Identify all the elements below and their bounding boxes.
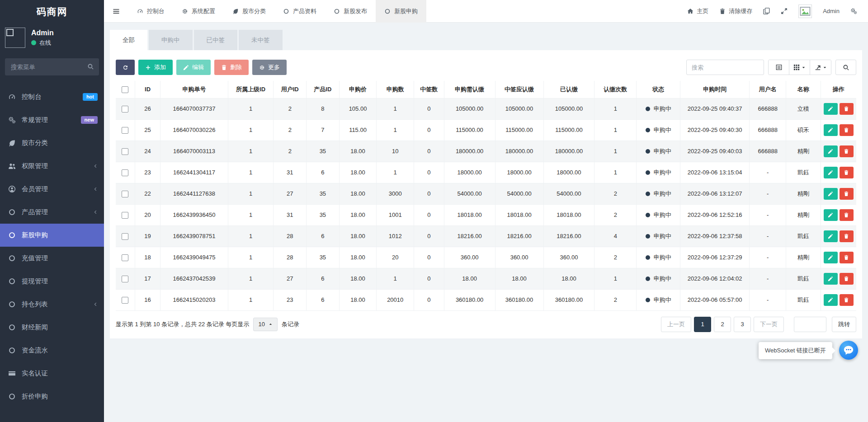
topnav-username[interactable]: Admin [823,8,840,14]
sidebar-item-5[interactable]: 产品管理 [0,201,104,224]
topnav-tab-1[interactable]: 系统配置 [173,0,224,23]
row-edit-button[interactable] [824,294,838,306]
row-delete-button[interactable] [840,252,854,263]
column-header-0[interactable]: ID [135,81,160,98]
sidebar-item-9[interactable]: 持仓列表 [0,293,104,316]
column-header-10[interactable]: 已认缴 [543,81,594,98]
row-delete-button[interactable] [840,124,854,136]
filter-tab-1[interactable]: 申购中 [149,30,193,50]
row-edit-button[interactable] [824,230,838,242]
topnav-tab-0[interactable]: 控制台 [128,0,173,23]
filter-tab-0[interactable]: 全部 [110,30,147,50]
row-delete-button[interactable] [840,230,854,242]
more-button[interactable]: 更多 [252,60,287,75]
column-header-2[interactable]: 所属上级ID [228,81,274,98]
delete-button[interactable]: 删除 [214,60,249,75]
sidebar-item-3[interactable]: 权限管理 [0,155,104,178]
row-checkbox[interactable] [122,169,128,176]
sidebar-item-7[interactable]: 充值管理 [0,247,104,270]
select-all-header[interactable] [116,81,135,98]
select-all-checkbox[interactable] [122,86,128,93]
refresh-button[interactable] [116,60,135,75]
topnav-settings-button[interactable] [850,8,857,14]
row-checkbox[interactable] [122,233,128,240]
sidebar-item-10[interactable]: 财经新闻 [0,316,104,339]
row-checkbox[interactable] [122,276,128,282]
topnav-tab-5[interactable]: 新股申购 [376,0,426,23]
row-delete-button[interactable] [840,167,854,178]
menu-search-input[interactable] [5,58,99,75]
column-header-3[interactable]: 用户ID [274,81,307,98]
row-delete-button[interactable] [840,294,854,306]
row-edit-button[interactable] [824,103,838,115]
row-delete-button[interactable] [840,103,854,115]
row-edit-button[interactable] [824,209,838,221]
row-checkbox[interactable] [122,148,128,155]
row-checkbox[interactable] [122,212,128,219]
column-header-9[interactable]: 中签应认缴 [495,81,543,98]
detail-view-button[interactable] [769,60,789,75]
row-checkbox[interactable] [122,106,128,113]
sidebar-item-12[interactable]: 实名认证 [0,362,104,385]
export-button[interactable] [810,60,831,75]
row-edit-button[interactable] [824,273,838,285]
sidebar-item-2[interactable]: 股市分类 [0,131,104,155]
sidebar-item-8[interactable]: 提现管理 [0,270,104,293]
sidebar-item-6[interactable]: 新股申购 [0,224,104,247]
column-header-1[interactable]: 申购单号 [160,81,228,98]
row-delete-button[interactable] [840,145,854,157]
column-header-8[interactable]: 申购需认缴 [444,81,495,98]
topnav-tab-3[interactable]: 产品资料 [274,0,325,23]
column-header-4[interactable]: 产品ID [307,81,340,98]
column-header-6[interactable]: 申购数 [377,81,414,98]
filter-tab-2[interactable]: 已中签 [194,30,238,50]
prev-page-button[interactable]: 上一页 [661,317,691,332]
row-checkbox[interactable] [122,191,128,197]
jump-button[interactable]: 跳转 [832,317,856,332]
clear-cache-link[interactable]: 清除缓存 [719,7,752,15]
table-search-input[interactable] [686,60,764,75]
row-edit-button[interactable] [824,188,838,200]
column-header-15[interactable]: 名称 [786,81,821,98]
sidebar-item-11[interactable]: 资金流水 [0,339,104,362]
column-header-14[interactable]: 用户名 [750,81,786,98]
sidebar-item-1[interactable]: 常规管理new [0,108,104,131]
row-delete-button[interactable] [840,273,854,285]
sidebar-item-4[interactable]: 会员管理 [0,178,104,201]
row-edit-button[interactable] [824,145,838,157]
page-button-1[interactable]: 1 [694,317,711,332]
page-size-select[interactable]: 10 [253,318,277,331]
column-header-11[interactable]: 认缴次数 [594,81,637,98]
filter-tab-3[interactable]: 未中签 [239,30,283,50]
topnav-tab-4[interactable]: 新股发布 [325,0,376,23]
topnav-tab-2[interactable]: 股市分类 [224,0,274,23]
topnav-avatar[interactable] [798,5,812,18]
row-edit-button[interactable] [824,167,838,178]
add-button[interactable]: 添加 [138,60,173,75]
copy-button[interactable] [763,8,770,14]
sidebar-item-13[interactable]: 折价申购 [0,385,104,408]
sidebar-item-0[interactable]: 控制台hot [0,85,104,108]
column-header-12[interactable]: 状态 [637,81,680,98]
search-submit-button[interactable] [835,60,856,75]
row-checkbox[interactable] [122,254,128,261]
next-page-button[interactable]: 下一页 [754,317,784,332]
row-delete-button[interactable] [840,209,854,221]
chat-widget-button[interactable] [839,341,858,360]
column-header-5[interactable]: 申购价 [339,81,377,98]
row-edit-button[interactable] [824,124,838,136]
sidebar-toggle-button[interactable] [104,0,128,23]
home-link[interactable]: 主页 [687,7,708,15]
fullscreen-button[interactable] [781,8,788,14]
column-header-7[interactable]: 中签数 [414,81,444,98]
column-header-13[interactable]: 申购时间 [680,81,750,98]
column-header-16[interactable]: 操作 [821,81,856,98]
page-button-2[interactable]: 2 [714,317,731,332]
columns-button[interactable] [789,60,810,75]
jump-page-input[interactable] [794,317,826,332]
row-checkbox[interactable] [122,297,128,304]
row-delete-button[interactable] [840,188,854,200]
edit-button[interactable]: 编辑 [176,60,211,75]
page-button-3[interactable]: 3 [734,317,751,332]
row-edit-button[interactable] [824,252,838,263]
